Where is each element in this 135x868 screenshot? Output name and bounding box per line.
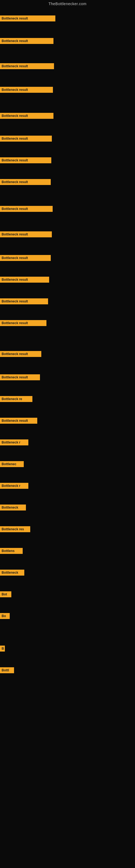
bottleneck-result-item[interactable]: Bottleneck result (0, 374, 40, 380)
bottleneck-result-item[interactable]: B (0, 646, 5, 652)
bottleneck-result-item[interactable]: Bottleneck result (0, 135, 52, 142)
bottleneck-result-item[interactable]: Bo (0, 613, 10, 619)
bottleneck-result-item[interactable]: Bottleneck result (0, 320, 46, 326)
bottleneck-result-item[interactable]: Bottleneck result (0, 255, 51, 261)
bottleneck-result-item[interactable]: Bottleneck result (0, 206, 53, 212)
bottleneck-result-item[interactable]: Bottleneck r (0, 439, 28, 445)
site-title: TheBottlenecker.com (0, 0, 135, 8)
bottleneck-result-item[interactable]: Bottleneck result (0, 113, 53, 119)
bottleneck-result-item[interactable]: Bottlens (0, 548, 23, 554)
bottleneck-result-item[interactable]: Bottleneck result (0, 38, 53, 44)
bottleneck-result-item[interactable]: Bottleneck result (0, 179, 51, 185)
bottleneck-result-item[interactable]: Bottleneck result (0, 277, 49, 283)
bottleneck-result-item[interactable]: Bottleneck r (0, 483, 28, 489)
bottleneck-result-item[interactable]: Bottlenec (0, 461, 24, 467)
bottleneck-result-item[interactable]: Bottleneck res (0, 526, 30, 532)
bottleneck-result-item[interactable]: Bottleneck result (0, 63, 54, 69)
bottleneck-result-item[interactable]: Bottleneck result (0, 351, 41, 357)
bottleneck-result-item[interactable]: Bottleneck re (0, 396, 32, 402)
bottleneck-result-item[interactable]: Bottleneck result (0, 16, 55, 22)
bottleneck-result-item[interactable]: Bottleneck (0, 569, 24, 576)
bottleneck-result-item[interactable]: Bottleneck result (0, 157, 51, 163)
bottleneck-result-item[interactable]: Bottleneck result (0, 231, 52, 237)
bottleneck-result-item[interactable]: Bottleneck result (0, 299, 48, 304)
bottleneck-result-item[interactable]: Bottleneck result (0, 418, 37, 424)
bottleneck-result-item[interactable]: Bottl (0, 667, 14, 673)
bottleneck-result-item[interactable]: Bottleneck (0, 504, 26, 510)
bottleneck-result-item[interactable]: Bot (0, 591, 11, 597)
bottleneck-result-item[interactable]: Bottleneck result (0, 87, 53, 93)
